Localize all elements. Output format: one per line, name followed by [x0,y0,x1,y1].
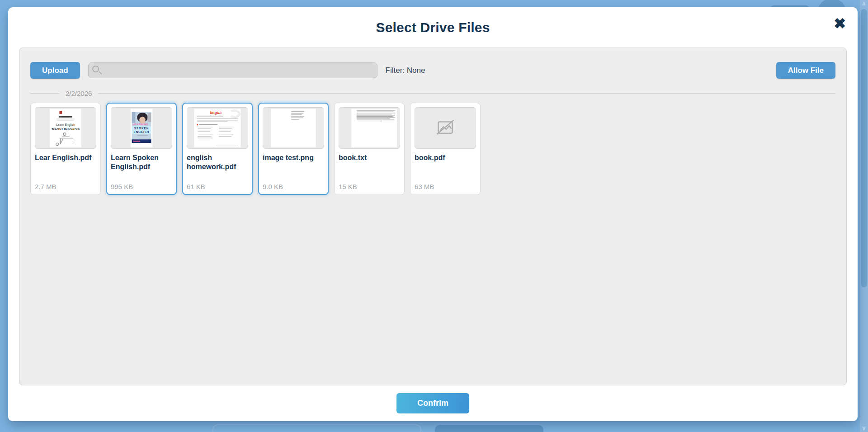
confirm-button[interactable]: Confrim [396,393,469,413]
scroll-down-icon[interactable]: ∨ [860,425,868,432]
file-grid: Learn English Teacher Resources Lear Eng… [30,103,835,195]
text-thumbnail [339,107,400,149]
file-name: book.pdf [415,153,476,162]
file-size: 61 KB [187,183,248,190]
date-group-label: 2/2/2026 [59,90,98,97]
search-box [88,62,377,78]
file-name: Lear English.pdf [35,153,96,162]
page-scrollbar[interactable]: ∧ ∨ [860,0,868,432]
svg-text:Teacher Resources: Teacher Resources [52,128,80,131]
pdf-thumbnail: lingua [187,107,248,149]
drive-files-panel: Upload Filter: None Allow File 2/2/2026 [19,47,847,385]
file-name: english homework.pdf [187,153,248,171]
image-thumbnail [263,107,324,149]
file-card-book-pdf[interactable]: book.pdf 63 MB [410,103,481,195]
svg-text:SPOKEN: SPOKEN [134,127,149,130]
modal-title: Select Drive Files [8,20,858,35]
select-drive-files-modal: Select Drive Files ✖ Upload Filter: None… [8,7,858,421]
file-size: 9.0 KB [263,183,324,190]
file-card-learn-spoken-english[interactable]: LEARNING SPOKEN ENGLISH Learn Spoken Eng… [106,103,177,195]
file-size: 2.7 MB [35,183,96,190]
file-card-image-test[interactable]: image test.png 9.0 KB [258,103,329,195]
file-name: image test.png [263,153,324,162]
pdf-thumbnail: Learn English Teacher Resources [35,107,96,149]
file-card-english-homework[interactable]: lingua [182,103,253,195]
scroll-up-icon[interactable]: ∧ [860,0,868,7]
file-size: 63 MB [415,183,476,190]
scrollbar-thumb[interactable] [861,9,867,287]
svg-text:Learn English: Learn English [56,123,75,127]
broken-image-icon [437,120,454,134]
background-bottom-card [212,424,421,432]
svg-text:lingua: lingua [210,110,222,115]
svg-text:ENGLISH: ENGLISH [134,130,150,133]
date-group-divider: 2/2/2026 [30,89,835,97]
close-icon[interactable]: ✖ [834,15,846,32]
file-card-book-txt[interactable]: book.txt 15 KB [334,103,405,195]
file-size: 995 KB [111,183,172,190]
confirm-row: Confrim [8,393,858,413]
file-size: 15 KB [339,183,400,190]
allow-file-button[interactable]: Allow File [776,62,835,79]
filter-status-label: Filter: None [386,66,425,75]
search-input[interactable] [88,62,377,78]
file-card-lear-english[interactable]: Learn English Teacher Resources Lear Eng… [30,103,101,195]
background-bottom-button [435,425,543,432]
file-name: book.txt [339,153,400,162]
search-icon [92,66,99,72]
file-name: Learn Spoken English.pdf [111,153,172,171]
pdf-thumbnail: LEARNING SPOKEN ENGLISH [111,107,172,149]
upload-button[interactable]: Upload [30,62,80,79]
svg-text:LEARNING: LEARNING [133,123,148,126]
no-preview-thumbnail [415,107,476,149]
toolbar: Upload Filter: None Allow File [30,62,835,79]
